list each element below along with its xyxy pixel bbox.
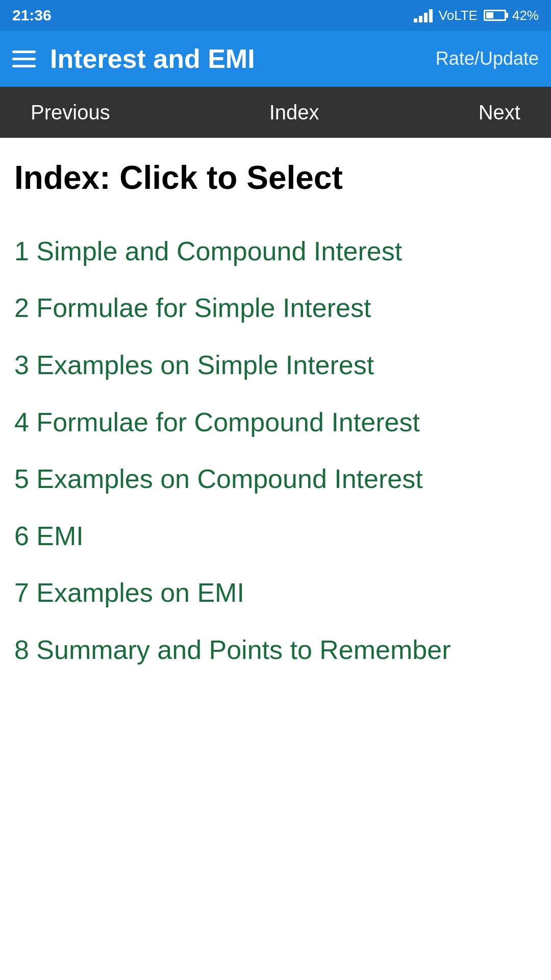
- main-content: Index: Click to Select 1 Simple and Comp…: [0, 138, 551, 709]
- battery-level: 42%: [512, 8, 539, 23]
- index-list-item[interactable]: 3 Examples on Simple Interest: [14, 337, 537, 394]
- app-title: Interest and EMI: [50, 43, 421, 74]
- index-list-item[interactable]: 6 EMI: [14, 508, 537, 565]
- app-bar: Interest and EMI Rate/Update: [0, 31, 551, 87]
- signal-icon: [414, 8, 433, 22]
- status-bar: 21:36 VoLTE 42%: [0, 0, 551, 31]
- index-list-item[interactable]: 2 Formulae for Simple Interest: [14, 280, 537, 337]
- index-list-item[interactable]: 7 Examples on EMI: [14, 565, 537, 622]
- index-title: Index: Click to Select: [14, 158, 537, 198]
- menu-icon[interactable]: [12, 51, 36, 67]
- index-list: 1 Simple and Compound Interest2 Formulae…: [14, 223, 537, 679]
- rate-update-button[interactable]: Rate/Update: [436, 48, 539, 69]
- index-list-item[interactable]: 5 Examples on Compound Interest: [14, 451, 537, 508]
- network-label: VoLTE: [439, 8, 478, 23]
- index-nav-label[interactable]: Index: [269, 101, 319, 124]
- battery-icon: [484, 10, 506, 21]
- previous-button[interactable]: Previous: [20, 96, 120, 129]
- nav-bar: Previous Index Next: [0, 87, 551, 138]
- status-right: VoLTE 42%: [414, 8, 539, 23]
- index-list-item[interactable]: 8 Summary and Points to Remember: [14, 622, 537, 679]
- status-time: 21:36: [12, 7, 52, 24]
- index-list-item[interactable]: 1 Simple and Compound Interest: [14, 223, 537, 280]
- index-list-item[interactable]: 4 Formulae for Compound Interest: [14, 394, 537, 451]
- next-button[interactable]: Next: [468, 96, 531, 129]
